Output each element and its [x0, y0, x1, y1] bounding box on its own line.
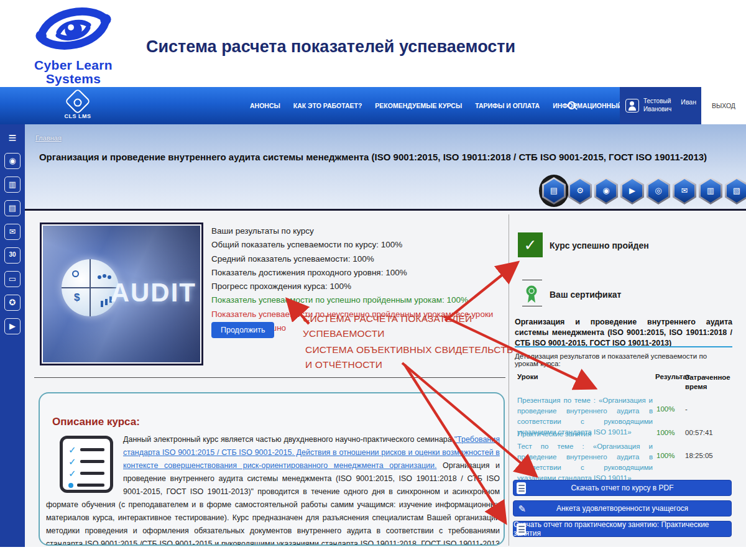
- course-image: $ AUDIT: [40, 223, 203, 365]
- course-passed-checkbox: ✓: [518, 232, 543, 257]
- description-intro: Данный электронный курс является частью …: [123, 435, 454, 444]
- play-video-icon[interactable]: ▶: [620, 177, 644, 205]
- page-header: Cyber Learn Systems Система расчета пока…: [0, 0, 746, 87]
- lesson-result: 100%: [656, 405, 675, 413]
- pdf-file-icon: [517, 523, 526, 535]
- description-text: ✓ ✓ ✓ Данный электронный курс является ч…: [46, 433, 500, 546]
- magnifier-glyph: [72, 270, 79, 277]
- user-first-name: Иван: [681, 98, 696, 106]
- lesson-link-practice[interactable]: Практические занятия: [517, 429, 653, 439]
- description-rest: Организация и проведение внутреннего ауд…: [46, 461, 500, 546]
- search-icon[interactable]: [567, 101, 578, 112]
- survey-pencil-icon: [517, 503, 526, 515]
- user-name: Тестовый Иванович: [643, 97, 671, 113]
- course-image-caption: AUDIT: [111, 278, 196, 308]
- course-toolbar: ▤ ⚙ ◉ ▶ ◎ ✉ ▥ ▧: [542, 177, 746, 205]
- notebook-icon[interactable]: ▥: [699, 177, 722, 205]
- nav-item-recommended-courses[interactable]: РЕКОМЕНДУЕМЫЕ КУРСЫ: [375, 102, 462, 109]
- page-title: Система расчета показателей успеваемости: [146, 37, 515, 57]
- footer: [0, 547, 746, 560]
- checklist-icon: ✓ ✓ ✓: [60, 436, 113, 493]
- download-course-report-button[interactable]: Скачать отчет по курсу в PDF: [513, 480, 732, 496]
- user-panel[interactable]: Тестовый Иванович Иван: [620, 87, 701, 124]
- course-description-box: Описание курса: ✓ ✓ ✓ Данный электронный…: [39, 392, 505, 546]
- screen-cursor-icon[interactable]: ◎: [647, 177, 670, 205]
- lesson-result: 100%: [656, 429, 675, 436]
- pdf-file-icon: [517, 482, 526, 494]
- puzzle-icon[interactable]: ⚙: [568, 177, 592, 205]
- cls-lms-logo-icon: [65, 88, 91, 114]
- nav-item-how-it-works[interactable]: КАК ЭТО РАБОТАЕТ?: [293, 102, 362, 109]
- results-line: Прогресс прохождения курса: 100%: [211, 280, 504, 293]
- lesson-time: 00:57:41: [685, 429, 713, 436]
- brand-name-line2: Systems: [11, 72, 136, 86]
- library-icon[interactable]: ▥: [4, 177, 21, 193]
- forum-icon[interactable]: ✉: [4, 224, 21, 240]
- top-navbar: CLS LMS АНОНСЫ КАК ЭТО РАБОТАЕТ? РЕКОМЕН…: [0, 87, 746, 124]
- left-sidebar: ≡ ◉ ▥ ▤ ✉ 30 ▭ ✪ ▶: [0, 124, 25, 547]
- profile-icon[interactable]: ◉: [4, 153, 21, 169]
- column-divider: [509, 214, 509, 546]
- lesson-time: -: [685, 405, 688, 413]
- lesson-time: 18:25:05: [685, 452, 713, 459]
- results-line: Общий показатель успеваемости по курсу: …: [211, 238, 504, 252]
- logout-button[interactable]: ВЫХОД: [701, 87, 746, 124]
- course-book-icon[interactable]: ▤: [542, 177, 566, 205]
- chart-glyph: [105, 299, 108, 305]
- cls-lms-logo[interactable]: CLS LMS: [59, 92, 96, 119]
- divider: [522, 280, 542, 280]
- menu-icon[interactable]: ≡: [9, 131, 17, 145]
- calendar-icon[interactable]: 30: [4, 247, 21, 264]
- satisfaction-survey-button[interactable]: Анкета удовлетворенности учащегося: [513, 500, 732, 516]
- divider: [522, 306, 542, 306]
- right-panel-course-title: Организация и проведение внутреннего ауд…: [515, 317, 732, 349]
- user-last-name: Тестовый: [643, 97, 671, 105]
- classroom-icon[interactable]: ▤: [4, 200, 21, 216]
- column-header-lessons: Уроки: [517, 373, 538, 380]
- brand-logo: Cyber Learn Systems: [11, 1, 136, 86]
- certificates-icon[interactable]: ✪: [4, 295, 21, 311]
- results-success-line: Показатель успеваемости по успешно пройд…: [211, 293, 504, 307]
- video-icon[interactable]: ▶: [4, 318, 21, 334]
- annotation-performance-system: СИСТЕМА РАСЧЁТА ПОКАЗАТЕЛЕЙ УСПЕВАЕМОСТИ: [303, 311, 472, 341]
- folder-icon[interactable]: ▧: [725, 177, 746, 205]
- results-line: Показатель достижения проходного уровня:…: [211, 266, 504, 280]
- certificate-label[interactable]: Ваш сертификат: [550, 290, 621, 300]
- nav-item-announcements[interactable]: АНОНСЫ: [250, 102, 280, 109]
- lesson-result: 100%: [656, 452, 675, 459]
- nav-menu: АНОНСЫ КАК ЭТО РАБОТАЕТ? РЕКОМЕНДУЕМЫЕ К…: [250, 87, 676, 124]
- description-heading: Описание курса:: [52, 416, 140, 428]
- results-heading: Ваши результаты по курсу: [211, 224, 504, 238]
- annotation-evidence-system: СИСТЕМА ОБЪЕКТИВНЫХ СВИДЕТЕЛЬСТВ И ОТЧЁТ…: [305, 342, 513, 372]
- user-avatar-icon: [625, 99, 639, 112]
- people-glyph: [103, 274, 106, 278]
- continue-button[interactable]: Продолжить: [211, 322, 274, 338]
- breadcrumb-home-link[interactable]: Главная: [35, 134, 62, 142]
- column-header-time: Затраченное время: [685, 373, 734, 392]
- course-passed-label: Курс успешно пройден: [550, 241, 649, 250]
- download-practice-report-button[interactable]: Скачать отчет по практическому занятию: …: [513, 521, 732, 537]
- divider: [515, 346, 732, 347]
- lesson-link-test[interactable]: Тест по теме : «Организация и проведение…: [517, 441, 653, 484]
- course-title: Организация и проведение внутреннего ауд…: [37, 152, 709, 162]
- profile-settings-icon[interactable]: ◉: [594, 177, 618, 205]
- comments-icon[interactable]: ▭: [4, 271, 21, 287]
- lms-page: Cyber Learn Systems Система расчета пока…: [0, 0, 746, 560]
- chat-icon[interactable]: ✉: [673, 177, 696, 205]
- details-heading: Детализация результатов и показателей ус…: [515, 352, 732, 367]
- eye-logo-icon: [30, 1, 117, 56]
- brand-name-line1: Cyber Learn: [11, 58, 136, 72]
- divider: [34, 377, 505, 378]
- nav-item-tariffs[interactable]: ТАРИФЫ И ОПЛАТА: [475, 102, 540, 109]
- cls-lms-logo-caption: CLS LMS: [59, 113, 96, 119]
- user-middle-name: Иванович: [643, 105, 671, 113]
- certificate-medal-icon: [525, 285, 538, 305]
- results-line: Средний показатель успеваемости: 100%: [211, 252, 504, 266]
